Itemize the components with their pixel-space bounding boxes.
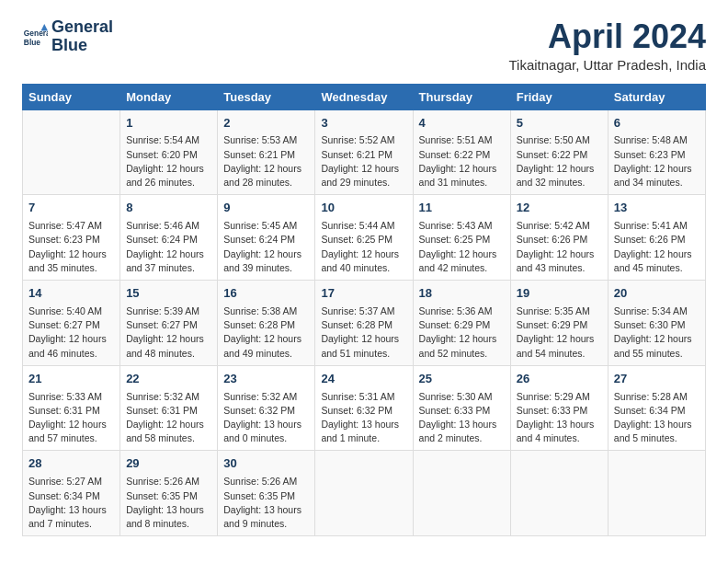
day-number: 18 — [419, 285, 505, 303]
day-number: 16 — [223, 285, 309, 303]
col-header-sunday: Sunday — [23, 84, 120, 109]
day-info: Sunrise: 5:29 AM Sunset: 6:33 PM Dayligh… — [517, 390, 602, 446]
logo: General Blue General Blue — [22, 18, 113, 55]
day-number: 1 — [126, 115, 211, 132]
week-row-4: 21Sunrise: 5:33 AM Sunset: 6:31 PM Dayli… — [23, 365, 706, 451]
day-info: Sunrise: 5:35 AM Sunset: 6:29 PM Dayligh… — [517, 304, 602, 361]
day-info: Sunrise: 5:54 AM Sunset: 6:20 PM Dayligh… — [126, 133, 211, 190]
week-row-5: 28Sunrise: 5:27 AM Sunset: 6:34 PM Dayli… — [23, 451, 706, 536]
day-cell: 7Sunrise: 5:47 AM Sunset: 6:23 PM Daylig… — [23, 195, 120, 281]
day-info: Sunrise: 5:45 AM Sunset: 6:24 PM Dayligh… — [223, 219, 309, 275]
day-cell: 17Sunrise: 5:37 AM Sunset: 6:28 PM Dayli… — [315, 281, 413, 366]
day-number: 27 — [614, 371, 700, 388]
day-cell: 19Sunrise: 5:35 AM Sunset: 6:29 PM Dayli… — [510, 281, 608, 366]
day-number: 28 — [28, 455, 114, 473]
day-cell: 5Sunrise: 5:50 AM Sunset: 6:22 PM Daylig… — [510, 109, 608, 195]
day-info: Sunrise: 5:40 AM Sunset: 6:27 PM Dayligh… — [28, 304, 114, 361]
day-info: Sunrise: 5:47 AM Sunset: 6:23 PM Dayligh… — [28, 219, 114, 275]
day-cell: 3Sunrise: 5:52 AM Sunset: 6:21 PM Daylig… — [315, 109, 413, 195]
day-info: Sunrise: 5:51 AM Sunset: 6:22 PM Dayligh… — [419, 133, 505, 190]
day-number: 9 — [223, 200, 309, 217]
day-number: 29 — [126, 455, 211, 473]
day-info: Sunrise: 5:38 AM Sunset: 6:28 PM Dayligh… — [223, 304, 309, 361]
day-cell — [23, 109, 120, 195]
title-area: April 2024 Tikaitnagar, Uttar Pradesh, I… — [508, 18, 706, 73]
day-info: Sunrise: 5:39 AM Sunset: 6:27 PM Dayligh… — [126, 304, 211, 361]
day-cell: 14Sunrise: 5:40 AM Sunset: 6:27 PM Dayli… — [23, 281, 120, 366]
day-cell: 4Sunrise: 5:51 AM Sunset: 6:22 PM Daylig… — [413, 109, 510, 195]
day-number: 14 — [28, 285, 114, 303]
day-cell: 9Sunrise: 5:45 AM Sunset: 6:24 PM Daylig… — [218, 195, 315, 281]
day-info: Sunrise: 5:26 AM Sunset: 6:35 PM Dayligh… — [126, 475, 211, 531]
day-number: 22 — [126, 371, 211, 388]
day-number: 2 — [223, 115, 309, 132]
day-info: Sunrise: 5:31 AM Sunset: 6:32 PM Dayligh… — [321, 390, 406, 446]
day-cell: 24Sunrise: 5:31 AM Sunset: 6:32 PM Dayli… — [315, 365, 413, 451]
day-cell: 10Sunrise: 5:44 AM Sunset: 6:25 PM Dayli… — [315, 195, 413, 281]
day-info: Sunrise: 5:32 AM Sunset: 6:31 PM Dayligh… — [126, 390, 211, 446]
col-header-thursday: Thursday — [413, 84, 510, 109]
day-cell — [315, 451, 413, 536]
day-cell: 2Sunrise: 5:53 AM Sunset: 6:21 PM Daylig… — [218, 109, 315, 195]
day-number: 13 — [614, 200, 700, 217]
day-number: 5 — [517, 115, 602, 132]
day-cell: 21Sunrise: 5:33 AM Sunset: 6:31 PM Dayli… — [23, 365, 120, 451]
day-cell: 27Sunrise: 5:28 AM Sunset: 6:34 PM Dayli… — [608, 365, 705, 451]
col-header-wednesday: Wednesday — [315, 84, 413, 109]
day-cell: 29Sunrise: 5:26 AM Sunset: 6:35 PM Dayli… — [120, 451, 218, 536]
day-cell: 13Sunrise: 5:41 AM Sunset: 6:26 PM Dayli… — [608, 195, 705, 281]
day-info: Sunrise: 5:44 AM Sunset: 6:25 PM Dayligh… — [321, 219, 406, 275]
week-row-2: 7Sunrise: 5:47 AM Sunset: 6:23 PM Daylig… — [23, 195, 706, 281]
day-info: Sunrise: 5:53 AM Sunset: 6:21 PM Dayligh… — [223, 133, 309, 190]
day-number: 6 — [614, 115, 700, 132]
day-info: Sunrise: 5:33 AM Sunset: 6:31 PM Dayligh… — [28, 390, 114, 446]
calendar-subtitle: Tikaitnagar, Uttar Pradesh, India — [508, 57, 706, 73]
col-header-monday: Monday — [120, 84, 218, 109]
day-cell: 18Sunrise: 5:36 AM Sunset: 6:29 PM Dayli… — [413, 281, 510, 366]
day-number: 25 — [419, 371, 505, 388]
day-number: 3 — [321, 115, 406, 132]
week-row-3: 14Sunrise: 5:40 AM Sunset: 6:27 PM Dayli… — [23, 281, 706, 366]
day-number: 7 — [28, 200, 114, 217]
day-number: 24 — [321, 371, 406, 388]
day-number: 20 — [614, 285, 700, 303]
page-header: General Blue General Blue April 2024 Tik… — [22, 18, 706, 73]
week-row-1: 1Sunrise: 5:54 AM Sunset: 6:20 PM Daylig… — [23, 109, 706, 195]
day-number: 4 — [419, 115, 505, 132]
svg-text:Blue: Blue — [24, 38, 40, 47]
header-row: SundayMondayTuesdayWednesdayThursdayFrid… — [23, 84, 706, 109]
day-info: Sunrise: 5:41 AM Sunset: 6:26 PM Dayligh… — [614, 219, 700, 275]
day-cell: 16Sunrise: 5:38 AM Sunset: 6:28 PM Dayli… — [218, 281, 315, 366]
day-cell: 6Sunrise: 5:48 AM Sunset: 6:23 PM Daylig… — [608, 109, 705, 195]
day-number: 23 — [223, 371, 309, 388]
day-cell: 28Sunrise: 5:27 AM Sunset: 6:34 PM Dayli… — [23, 451, 120, 536]
day-cell: 11Sunrise: 5:43 AM Sunset: 6:25 PM Dayli… — [413, 195, 510, 281]
day-info: Sunrise: 5:37 AM Sunset: 6:28 PM Dayligh… — [321, 304, 406, 361]
day-cell: 25Sunrise: 5:30 AM Sunset: 6:33 PM Dayli… — [413, 365, 510, 451]
day-info: Sunrise: 5:52 AM Sunset: 6:21 PM Dayligh… — [321, 133, 406, 190]
day-number: 11 — [419, 200, 505, 217]
day-cell — [510, 451, 608, 536]
col-header-saturday: Saturday — [608, 84, 705, 109]
day-info: Sunrise: 5:50 AM Sunset: 6:22 PM Dayligh… — [517, 133, 602, 190]
logo-icon: General Blue — [22, 24, 48, 50]
day-number: 12 — [517, 200, 602, 217]
day-cell: 20Sunrise: 5:34 AM Sunset: 6:30 PM Dayli… — [608, 281, 705, 366]
day-number: 8 — [126, 200, 211, 217]
day-number: 30 — [223, 455, 309, 473]
day-info: Sunrise: 5:32 AM Sunset: 6:32 PM Dayligh… — [223, 390, 309, 446]
day-cell: 22Sunrise: 5:32 AM Sunset: 6:31 PM Dayli… — [120, 365, 218, 451]
day-number: 15 — [126, 285, 211, 303]
day-cell: 8Sunrise: 5:46 AM Sunset: 6:24 PM Daylig… — [120, 195, 218, 281]
day-info: Sunrise: 5:46 AM Sunset: 6:24 PM Dayligh… — [126, 219, 211, 275]
day-info: Sunrise: 5:48 AM Sunset: 6:23 PM Dayligh… — [614, 133, 700, 190]
day-number: 10 — [321, 200, 406, 217]
day-info: Sunrise: 5:30 AM Sunset: 6:33 PM Dayligh… — [419, 390, 505, 446]
day-cell: 30Sunrise: 5:26 AM Sunset: 6:35 PM Dayli… — [218, 451, 315, 536]
logo-text: General Blue — [51, 18, 113, 55]
day-info: Sunrise: 5:27 AM Sunset: 6:34 PM Dayligh… — [28, 475, 114, 531]
day-info: Sunrise: 5:26 AM Sunset: 6:35 PM Dayligh… — [223, 475, 309, 531]
day-number: 26 — [517, 371, 602, 388]
col-header-tuesday: Tuesday — [218, 84, 315, 109]
day-cell: 12Sunrise: 5:42 AM Sunset: 6:26 PM Dayli… — [510, 195, 608, 281]
